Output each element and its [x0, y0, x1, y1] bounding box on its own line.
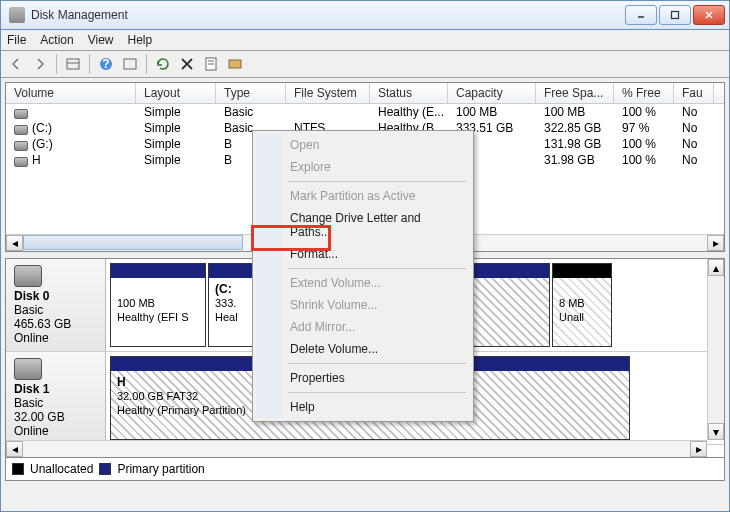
delete-button[interactable]: [176, 53, 198, 75]
properties-button[interactable]: [200, 53, 222, 75]
options-button[interactable]: [119, 53, 141, 75]
menu-view[interactable]: View: [88, 33, 114, 47]
scroll-right-icon[interactable]: ▸: [690, 441, 707, 457]
disk-icon: [14, 358, 42, 380]
toolbar: ?: [0, 50, 730, 78]
ctx-shrink: Shrink Volume...: [256, 294, 470, 316]
volume-icon: [14, 141, 28, 151]
maximize-button[interactable]: [659, 5, 691, 25]
volume-icon: [14, 157, 28, 167]
forward-button[interactable]: [29, 53, 51, 75]
app-icon: [9, 7, 25, 23]
ctx-help[interactable]: Help: [256, 396, 470, 418]
svg-text:?: ?: [102, 57, 109, 71]
disk-icon: [14, 265, 42, 287]
col-type[interactable]: Type: [216, 83, 286, 103]
volume-header: Volume Layout Type File System Status Ca…: [6, 83, 724, 104]
legend-unalloc-swatch: [12, 463, 24, 475]
view-button[interactable]: [62, 53, 84, 75]
close-button[interactable]: [693, 5, 725, 25]
volume-icon: [14, 109, 28, 119]
scroll-down-icon[interactable]: ▾: [708, 423, 724, 440]
menu-bar: File Action View Help: [0, 30, 730, 50]
menu-help[interactable]: Help: [128, 33, 153, 47]
scroll-left-icon[interactable]: ◂: [6, 441, 23, 457]
col-status[interactable]: Status: [370, 83, 448, 103]
volume-icon: [14, 125, 28, 135]
ctx-extend: Extend Volume...: [256, 272, 470, 294]
legend-primary-swatch: [99, 463, 111, 475]
legend: Unallocated Primary partition: [5, 458, 725, 481]
col-filesystem[interactable]: File System: [286, 83, 370, 103]
table-row[interactable]: SimpleBasicHealthy (E...100 MB100 MB100 …: [6, 104, 724, 120]
ctx-explore: Explore: [256, 156, 470, 178]
v-scrollbar[interactable]: ▴ ▾: [707, 259, 724, 440]
scroll-left-icon[interactable]: ◂: [6, 235, 23, 251]
disk-h-scrollbar[interactable]: ◂ ▸: [6, 440, 707, 457]
scroll-thumb[interactable]: [23, 235, 243, 250]
ctx-mark-active: Mark Partition as Active: [256, 185, 470, 207]
scroll-up-icon[interactable]: ▴: [708, 259, 724, 276]
legend-unalloc: Unallocated: [30, 462, 93, 476]
ctx-change-letter[interactable]: Change Drive Letter and Paths...: [256, 207, 470, 243]
disk-header[interactable]: Disk 0Basic465.63 GBOnline: [6, 259, 106, 351]
col-volume[interactable]: Volume: [6, 83, 136, 103]
svg-rect-1: [672, 12, 679, 19]
ctx-format[interactable]: Format...: [256, 243, 470, 265]
scroll-right-icon[interactable]: ▸: [707, 235, 724, 251]
title-bar: Disk Management: [0, 0, 730, 30]
svg-rect-6: [124, 59, 136, 69]
partition[interactable]: 8 MBUnall: [552, 263, 612, 347]
back-button[interactable]: [5, 53, 27, 75]
menu-action[interactable]: Action: [40, 33, 73, 47]
legend-primary: Primary partition: [117, 462, 204, 476]
context-menu: Open Explore Mark Partition as Active Ch…: [252, 130, 474, 422]
partition[interactable]: 100 MBHealthy (EFI S: [110, 263, 206, 347]
disk-header[interactable]: Disk 1Basic32.00 GBOnline: [6, 352, 106, 444]
menu-file[interactable]: File: [7, 33, 26, 47]
ctx-mirror: Add Mirror...: [256, 316, 470, 338]
col-capacity[interactable]: Capacity: [448, 83, 536, 103]
col-layout[interactable]: Layout: [136, 83, 216, 103]
help-button[interactable]: ?: [95, 53, 117, 75]
col-pfree[interactable]: % Free: [614, 83, 674, 103]
col-fault[interactable]: Fau: [674, 83, 714, 103]
window-title: Disk Management: [31, 8, 623, 22]
svg-rect-10: [229, 60, 241, 68]
minimize-button[interactable]: [625, 5, 657, 25]
svg-rect-2: [67, 59, 79, 69]
ctx-delete[interactable]: Delete Volume...: [256, 338, 470, 360]
refresh-button[interactable]: [152, 53, 174, 75]
settings-button[interactable]: [224, 53, 246, 75]
col-free[interactable]: Free Spa...: [536, 83, 614, 103]
ctx-open: Open: [256, 134, 470, 156]
ctx-properties[interactable]: Properties: [256, 367, 470, 389]
